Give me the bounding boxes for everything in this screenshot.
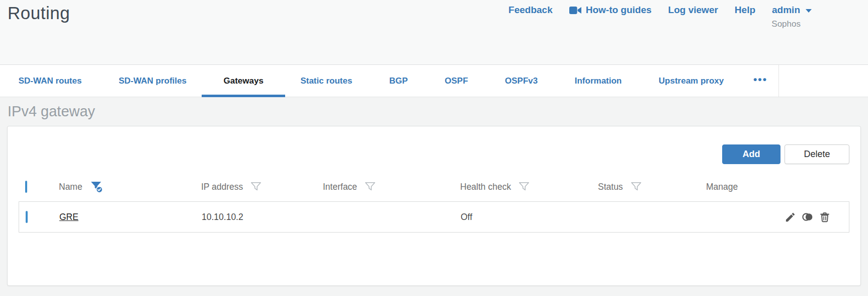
clone-icon[interactable] bbox=[802, 211, 814, 223]
video-camera-icon bbox=[569, 6, 581, 15]
select-all-checkbox[interactable] bbox=[25, 181, 27, 193]
filter-icon[interactable] bbox=[365, 181, 376, 192]
manage-cell bbox=[707, 211, 849, 223]
delete-icon[interactable] bbox=[819, 211, 830, 223]
tab-static-routes[interactable]: Static routes bbox=[282, 65, 371, 97]
column-header-ip-address: IP address bbox=[201, 182, 243, 192]
column-header-manage: Manage bbox=[706, 182, 738, 192]
brand-label: Sophos bbox=[771, 19, 801, 29]
section-heading: IPv4 gateway bbox=[8, 103, 95, 120]
top-header-band: Routing Feedback How-to guides Log viewe… bbox=[0, 0, 868, 64]
table-header-row: Name IP address Interface bbox=[19, 172, 849, 201]
more-tabs-button[interactable]: ••• bbox=[742, 65, 778, 97]
filter-active-icon[interactable] bbox=[90, 180, 103, 193]
gateway-name-link[interactable]: GRE bbox=[59, 212, 78, 222]
ip-address-cell: 10.10.10.2 bbox=[202, 212, 323, 223]
table-row: GRE 10.10.10.2 Off bbox=[19, 201, 849, 233]
health-check-cell: Off bbox=[461, 212, 598, 223]
gateway-panel: Add Delete Name IP address bbox=[7, 126, 861, 286]
user-menu[interactable]: admin bbox=[772, 5, 812, 16]
tab-sd-wan-profiles[interactable]: SD-WAN profiles bbox=[100, 65, 205, 97]
tab-upstream-proxy[interactable]: Upstream proxy bbox=[640, 65, 742, 97]
column-header-interface: Interface bbox=[323, 182, 357, 192]
page-title: Routing bbox=[8, 3, 70, 23]
column-header-status: Status bbox=[598, 182, 623, 192]
header-links: Feedback How-to guides Log viewer Help a… bbox=[508, 5, 812, 16]
tab-ospfv3[interactable]: OSPFv3 bbox=[486, 65, 556, 97]
tab-gateways[interactable]: Gateways bbox=[205, 65, 282, 97]
feedback-link[interactable]: Feedback bbox=[508, 5, 553, 16]
tab-bar: SD-WAN routes SD-WAN profiles Gateways S… bbox=[0, 64, 868, 97]
tab-sd-wan-routes[interactable]: SD-WAN routes bbox=[0, 65, 100, 97]
log-viewer-link[interactable]: Log viewer bbox=[668, 5, 718, 16]
edit-icon[interactable] bbox=[785, 211, 796, 223]
toolbar: Add Delete bbox=[19, 144, 849, 164]
user-menu-label: admin bbox=[772, 5, 800, 16]
tab-bgp[interactable]: BGP bbox=[371, 65, 426, 97]
column-header-name: Name bbox=[59, 182, 82, 192]
filter-icon[interactable] bbox=[518, 181, 530, 192]
delete-button[interactable]: Delete bbox=[785, 144, 849, 164]
chevron-down-icon bbox=[806, 9, 812, 13]
add-button[interactable]: Add bbox=[722, 144, 780, 164]
help-link[interactable]: Help bbox=[735, 5, 755, 16]
filter-icon[interactable] bbox=[250, 181, 262, 192]
howto-guides-link[interactable]: How-to guides bbox=[569, 5, 652, 16]
row-checkbox[interactable] bbox=[26, 211, 28, 223]
tab-list: SD-WAN routes SD-WAN profiles Gateways S… bbox=[0, 65, 779, 97]
filter-icon[interactable] bbox=[631, 181, 642, 192]
tab-information[interactable]: Information bbox=[556, 65, 640, 97]
column-header-health-check: Health check bbox=[460, 182, 511, 192]
tab-ospf[interactable]: OSPF bbox=[426, 65, 486, 97]
